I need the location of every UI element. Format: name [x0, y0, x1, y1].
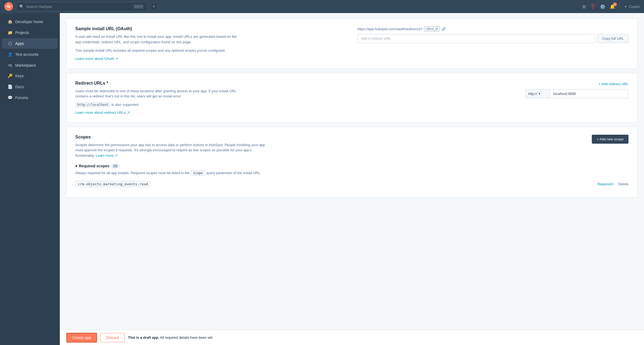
create-app-button[interactable]: Create app — [66, 333, 97, 343]
chain-icon: 🔗 — [441, 27, 446, 31]
add-redirect-url-input[interactable] — [357, 34, 595, 43]
home-icon: 🏠 — [8, 19, 13, 24]
draft-notice-text: All required details have been set. — [160, 335, 213, 340]
oauth-url-row: https://app.hubspot.com/oauth/authorize?… — [357, 26, 629, 31]
discard-button[interactable]: Discard — [100, 333, 125, 342]
sidebar-item-label: Projects — [15, 30, 29, 35]
sidebar: 🏠 Developer home 📁 Projects ⬡ Apps 👤 Tes… — [0, 13, 60, 345]
hubspot-logo — [4, 2, 13, 11]
redirect-urls-desc: Users must be redirected to one of these… — [75, 88, 238, 99]
nav-right-icons: ⊞ ❓ ⚙️ 🔔1 ✦ Copilot — [582, 3, 640, 10]
required-scopes-label: Required scopes — [79, 164, 110, 168]
scopes-card: Scopes Scopes determine the permissions … — [66, 127, 637, 198]
sidebar-item-apps[interactable]: ⬡ Apps — [2, 38, 58, 49]
projects-icon: 📁 — [8, 30, 13, 35]
sidebar-item-forums[interactable]: 💬 Forums — [2, 93, 58, 103]
sidebar-item-label: Developer home — [15, 20, 43, 24]
bottom-bar: Create app Discard This is a draft app. … — [60, 330, 644, 345]
chevron-down-icon: ▼ — [538, 92, 541, 95]
redirect-url-input-group: http:// ▼ — [525, 89, 629, 98]
sidebar-item-developer-home[interactable]: 🏠 Developer home — [2, 17, 58, 27]
sidebar-item-label: Test accounts — [15, 52, 39, 57]
sidebar-item-projects[interactable]: 📁 Projects — [2, 27, 58, 38]
add-redirect-url-link[interactable]: + Add redirect URL — [599, 82, 629, 86]
required-scopes-toggle[interactable]: ▾ Required scopes (3) — [75, 164, 629, 168]
sidebar-item-label: Apps — [15, 41, 24, 46]
keys-icon: 🔑 — [8, 73, 13, 78]
add-tab-button[interactable]: + — [150, 3, 158, 10]
required-scopes-count: (3) — [111, 164, 120, 168]
help-icon[interactable]: ❓ — [590, 4, 596, 9]
sidebar-item-label: Forums — [15, 96, 28, 100]
draft-notice-bold: This is a draft app. — [128, 335, 159, 340]
sidebar-item-test-accounts[interactable]: 👤 Test accounts — [2, 49, 58, 60]
keyboard-shortcut: Ctrl K — [133, 4, 144, 9]
main-content: Sample install URL (OAuth) A user will n… — [60, 13, 644, 345]
sidebar-item-marketplace[interactable]: 🛍 Marketplace — [2, 60, 58, 70]
sidebar-item-keys[interactable]: 🔑 Keys — [2, 71, 58, 81]
search-input[interactable] — [26, 5, 131, 9]
client-id-badge: client_id — [424, 26, 440, 31]
sample-install-url-desc2: This sample install URL includes all req… — [75, 48, 238, 53]
docs-icon: 📄 — [8, 84, 13, 89]
sample-install-url-card: Sample install URL (OAuth) A user will n… — [66, 19, 637, 69]
svg-point-0 — [4, 2, 13, 11]
marketplace-icon: 🛍 — [8, 63, 13, 67]
localhost-badge: http://localhost — [75, 102, 111, 107]
redirect-url-row: Copy full URL — [357, 34, 629, 43]
nav-divider — [620, 3, 620, 10]
forums-icon: 💬 — [8, 95, 13, 100]
scopes-header: Scopes Scopes determine the permissions … — [75, 135, 629, 158]
chevron-down-icon: ▾ — [75, 164, 77, 168]
notification-count: 1 — [613, 2, 617, 6]
notifications-icon[interactable]: 🔔1 — [610, 4, 615, 9]
protocol-select[interactable]: http:// ▼ — [525, 90, 550, 98]
copy-full-url-button[interactable]: Copy full URL — [598, 34, 629, 43]
sample-install-url-title: Sample install URL (OAuth) — [75, 26, 347, 31]
add-new-scope-button[interactable]: + Add new scope — [592, 135, 629, 144]
sidebar-item-label: Marketplace — [15, 63, 36, 67]
external-link-icon: ↗ — [127, 110, 130, 115]
copilot-button[interactable]: ✦ Copilot — [624, 5, 640, 9]
test-accounts-icon: 👤 — [8, 52, 13, 57]
redirect-urls-card: Redirect URLs * Users must be redirected… — [66, 73, 637, 122]
search-icon: 🔍 — [19, 4, 24, 9]
scope-param-code: scope — [191, 170, 205, 176]
oauth-url-prefix: https://app.hubspot.com/oauth/authorize? — [357, 27, 422, 31]
required-scopes-description: Always required for all app installs. Re… — [75, 170, 629, 176]
redirect-urls-learn-more-link[interactable]: Learn more about redirect URLs ↗ — [75, 110, 130, 115]
sample-install-url-desc1: A user will need an install URL like thi… — [75, 34, 238, 45]
copilot-icon: ✦ — [624, 5, 627, 9]
redirect-urls-title: Redirect URLs * — [75, 81, 238, 86]
copilot-label: Copilot — [629, 5, 640, 9]
scope-name: crm.objects.marketing_events.read — [75, 181, 150, 187]
scope-row: crm.objects.marketing_events.read Requir… — [75, 179, 629, 190]
search-bar[interactable]: 🔍 Ctrl K — [16, 2, 147, 11]
grid-icon[interactable]: ⊞ — [582, 4, 586, 9]
settings-icon[interactable]: ⚙️ — [600, 4, 605, 9]
sidebar-item-docs[interactable]: 📄 Docs — [2, 82, 58, 92]
draft-notice: This is a draft app. All required detail… — [128, 335, 213, 340]
scopes-desc: Scopes determine the permissions your ap… — [75, 142, 266, 158]
external-link-icon: ↗ — [115, 57, 118, 61]
top-navigation: 🔍 Ctrl K + ⊞ ❓ ⚙️ 🔔1 ✦ Copilot — [0, 0, 644, 13]
external-link-icon: ↗ — [115, 153, 118, 158]
apps-icon: ⬡ — [8, 41, 13, 46]
scopes-learn-more-link[interactable]: Learn more ↗ — [96, 153, 118, 158]
localhost-note: http://localhost is also supported. — [75, 102, 238, 107]
chevron-down-icon: ▾ — [612, 183, 614, 186]
url-path-input[interactable] — [550, 90, 628, 98]
redirect-urls-header: Redirect URLs * Users must be redirected… — [75, 81, 629, 115]
sidebar-item-label: Docs — [15, 85, 24, 89]
scope-actions: Required ▾ Delete — [598, 182, 629, 186]
oauth-learn-more-link[interactable]: Learn more about OAuth ↗ — [75, 57, 118, 61]
scope-delete-button[interactable]: Delete — [618, 182, 629, 186]
sidebar-item-label: Keys — [15, 74, 24, 78]
scope-required-dropdown[interactable]: Required ▾ — [598, 182, 614, 186]
scopes-title: Scopes — [75, 135, 266, 140]
